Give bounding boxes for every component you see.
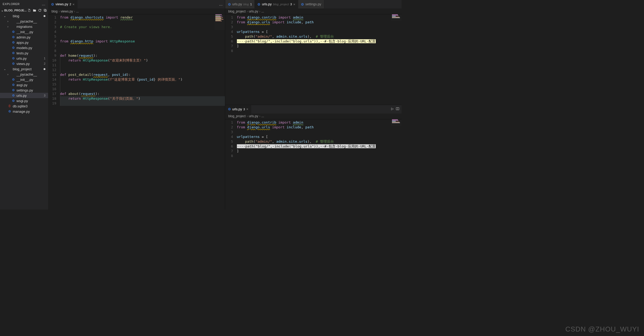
new-file-icon[interactable] bbox=[27, 8, 31, 12]
collapse-all-icon[interactable] bbox=[43, 8, 47, 12]
file-asgi-py[interactable]: ⚙asgi.py bbox=[0, 82, 48, 88]
tabbar-right-bottom: ⚙ urls.py 3 × ▷ bbox=[225, 105, 402, 114]
folder-__pycache__[interactable]: ›__pycache__ bbox=[0, 72, 48, 77]
editor-pane-bottom: ⚙ urls.py 3 × ▷ blog_project › bbox=[225, 105, 402, 210]
crumb[interactable]: blog_project bbox=[228, 10, 246, 13]
chevron-right-icon: › bbox=[74, 10, 75, 13]
python-icon: ⚙ bbox=[257, 2, 261, 6]
tab-views-py[interactable]: ⚙ views.py 2 × bbox=[48, 0, 78, 8]
tab-urls-bottom[interactable]: ⚙ urls.py 3 × bbox=[225, 105, 251, 114]
tab-qualifier: blog_project bbox=[273, 3, 289, 6]
svg-rect-1 bbox=[45, 10, 46, 11]
tab-mod-count: 3 bbox=[290, 3, 292, 6]
explorer-header: EXPLORER … bbox=[0, 0, 48, 8]
close-icon[interactable]: × bbox=[293, 2, 295, 6]
folder-__pycache__[interactable]: ›__pycache__ bbox=[0, 19, 48, 24]
tab-urls-project[interactable]: ⚙ urls.py blog_project 3 × bbox=[255, 0, 298, 8]
tab-label: urls.py bbox=[232, 107, 242, 111]
minimap[interactable] bbox=[391, 14, 402, 21]
crumb[interactable]: views.py bbox=[61, 10, 73, 13]
crumb[interactable]: urls.py bbox=[249, 10, 258, 13]
editor-urls-bottom[interactable]: 12345678 from django.contrib import admi… bbox=[225, 119, 402, 210]
code-content[interactable]: from django.shortcuts import render # Cr… bbox=[60, 14, 225, 210]
python-icon: ⚙ bbox=[301, 2, 304, 6]
file-urls-py[interactable]: ⚙urls.py1 bbox=[0, 56, 48, 61]
explorer-title: EXPLORER bbox=[3, 2, 20, 6]
tab-label: settings.py bbox=[305, 2, 321, 6]
editor-group-right: ⚙ urls.py blog 1 ⚙ urls.py blog_project … bbox=[225, 0, 402, 210]
file-tests-py[interactable]: ⚙tests.py bbox=[0, 50, 48, 56]
crumb[interactable]: ... bbox=[261, 114, 264, 118]
explorer-sidebar: EXPLORER … ⌄ BLOG_PROJE... ⌄blog›__pycac… bbox=[0, 0, 48, 210]
tab-settings-py[interactable]: ⚙ settings.py bbox=[298, 0, 324, 8]
line-gutter: 12345678 bbox=[225, 119, 237, 210]
tab-urls-blog[interactable]: ⚙ urls.py blog 1 bbox=[225, 0, 255, 8]
tab-label: urls.py bbox=[232, 2, 242, 6]
breadcrumb-right-top[interactable]: blog_project › urls.py › ... bbox=[225, 8, 402, 14]
chevron-down-icon: ⌄ bbox=[1, 9, 3, 12]
file-__init__-py[interactable]: ⚙__init__.py bbox=[0, 77, 48, 82]
editor-area: ⚙ views.py 2 × … blog › views.py › ... 1… bbox=[48, 0, 402, 210]
code-content[interactable]: from django.contrib import adminfrom dja… bbox=[237, 14, 402, 105]
editor-pane-top: ⚙ urls.py blog 1 ⚙ urls.py blog_project … bbox=[225, 0, 402, 105]
tabbar-right-top: ⚙ urls.py blog 1 ⚙ urls.py blog_project … bbox=[225, 0, 402, 8]
file-apps-py[interactable]: ⚙apps.py bbox=[0, 40, 48, 45]
project-header[interactable]: ⌄ BLOG_PROJE... bbox=[0, 8, 48, 13]
chevron-right-icon: › bbox=[247, 10, 248, 13]
crumb[interactable]: ... bbox=[261, 10, 264, 13]
breadcrumb-left[interactable]: blog › views.py › ... bbox=[48, 8, 225, 14]
run-icon[interactable]: ▷ bbox=[391, 107, 394, 111]
editor-group-left: ⚙ views.py 2 × … blog › views.py › ... 1… bbox=[48, 0, 225, 210]
file-manage-py[interactable]: ⚙manage.py bbox=[0, 109, 48, 114]
file-wsgi-py[interactable]: ⚙wsgi.py bbox=[0, 98, 48, 103]
tabbar-overflow-icon[interactable]: … bbox=[219, 2, 223, 6]
minimap[interactable] bbox=[391, 119, 402, 126]
crumb[interactable]: blog bbox=[52, 10, 58, 13]
crumb[interactable]: ... bbox=[76, 10, 79, 13]
line-gutter: 12345678 bbox=[225, 14, 237, 105]
tabbar-left: ⚙ views.py 2 × … bbox=[48, 0, 225, 8]
python-icon: ⚙ bbox=[228, 2, 231, 6]
tab-qualifier: blog bbox=[243, 3, 249, 6]
line-gutter: 12345678910111213141516171819 bbox=[48, 14, 60, 210]
folder-blog_project[interactable]: ⌄blog_project bbox=[0, 66, 48, 72]
tab-mod-count: 3 bbox=[243, 108, 245, 111]
tab-label: urls.py bbox=[262, 2, 272, 6]
chevron-right-icon: › bbox=[247, 114, 248, 118]
tab-mod-count: 1 bbox=[250, 3, 252, 6]
explorer-more-icon[interactable]: … bbox=[42, 2, 45, 6]
file-__init__-py[interactable]: ⚙__init__.py bbox=[0, 29, 48, 34]
editor-urls-top[interactable]: 12345678 from django.contrib import admi… bbox=[225, 14, 402, 105]
svg-rect-0 bbox=[44, 9, 46, 11]
split-icon[interactable] bbox=[396, 107, 399, 111]
tab-label: views.py bbox=[56, 2, 68, 6]
editor-views-py[interactable]: 12345678910111213141516171819 from djang… bbox=[48, 14, 225, 210]
file-db-sqlite3[interactable]: 🛢db.sqlite3 bbox=[0, 103, 48, 109]
code-content[interactable]: from django.contrib import adminfrom dja… bbox=[237, 119, 402, 210]
python-icon: ⚙ bbox=[51, 2, 54, 6]
folder-blog[interactable]: ⌄blog bbox=[0, 13, 48, 19]
breadcrumb-right-bottom[interactable]: blog_project › urls.py › ... bbox=[225, 114, 402, 119]
file-tree: ⌄blog›__pycache__›migrations⚙__init__.py… bbox=[0, 13, 48, 210]
folder-migrations[interactable]: ›migrations bbox=[0, 24, 48, 29]
file-admin-py[interactable]: ⚙admin.py bbox=[0, 34, 48, 40]
crumb[interactable]: urls.py bbox=[249, 114, 258, 118]
python-icon: ⚙ bbox=[228, 107, 231, 111]
file-views-py[interactable]: ⚙views.py2 bbox=[0, 61, 48, 66]
refresh-icon[interactable] bbox=[38, 8, 42, 12]
tab-mod-count: 2 bbox=[70, 3, 71, 6]
chevron-right-icon: › bbox=[259, 10, 260, 13]
file-models-py[interactable]: ⚙models.py bbox=[0, 45, 48, 50]
new-folder-icon[interactable] bbox=[33, 8, 36, 12]
crumb[interactable]: blog_project bbox=[228, 114, 246, 118]
file-settings-py[interactable]: ⚙settings.py bbox=[0, 88, 48, 93]
minimap[interactable] bbox=[214, 14, 225, 30]
chevron-right-icon: › bbox=[259, 114, 260, 118]
close-icon[interactable]: × bbox=[246, 107, 248, 111]
file-urls-py[interactable]: ⚙urls.py3 bbox=[0, 93, 48, 98]
chevron-right-icon: › bbox=[59, 10, 60, 13]
close-icon[interactable]: × bbox=[72, 2, 75, 6]
project-name: BLOG_PROJE... bbox=[4, 9, 27, 12]
